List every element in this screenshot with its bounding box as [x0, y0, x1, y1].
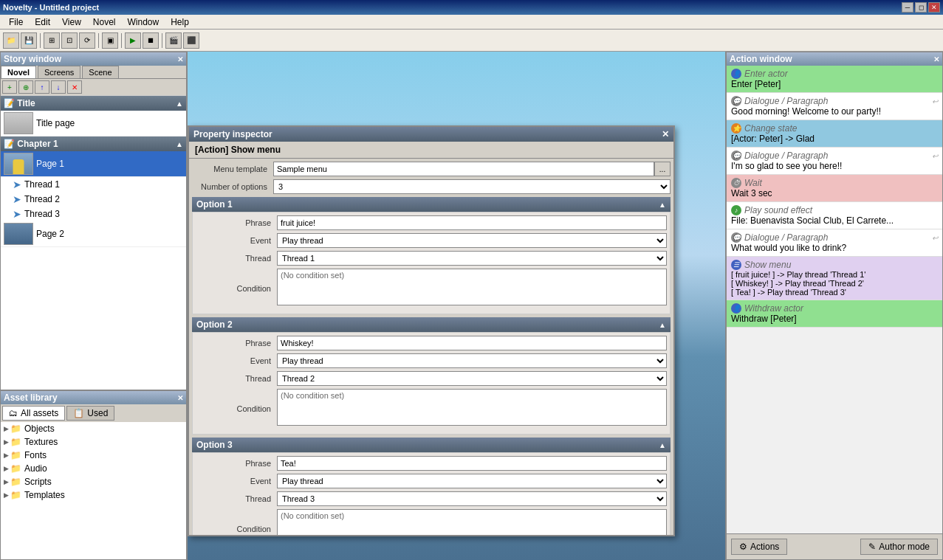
menu-template-input[interactable] — [273, 162, 654, 176]
right-panel: Action window ✕ 👤 Enter actor Enter [Pet… — [725, 52, 943, 560]
action-window-title: Action window — [730, 54, 792, 64]
asset-tab-all[interactable]: 🗂 All assets — [2, 406, 65, 421]
asset-library-close[interactable]: ✕ — [177, 394, 183, 402]
opt1-phrase-input[interactable] — [277, 215, 667, 230]
opt1-condition-textarea[interactable]: (No condition set) — [277, 269, 667, 305]
asset-fonts[interactable]: ▶ 📁 Fonts — [1, 449, 186, 462]
pi-close-btn[interactable]: ✕ — [662, 129, 669, 139]
section-chapter1-label: 📝 Chapter 1 — [4, 139, 58, 149]
wait-type-label: Wait — [744, 178, 762, 188]
opt1-thread-select[interactable]: Thread 1 — [277, 251, 667, 266]
opt3-thread-select[interactable]: Thread 3 — [277, 491, 667, 506]
opt3-condition-textarea[interactable]: (No condition set) — [277, 509, 667, 535]
tree-btn-up[interactable]: ↑ — [35, 80, 49, 94]
toolbar-btn-1[interactable]: 📁 — [3, 32, 19, 49]
toolbar-btn-4[interactable]: ⊡ — [61, 32, 78, 49]
tree-btn-delete[interactable]: ✕ — [67, 80, 82, 94]
wait-icon: ⏱ — [731, 178, 741, 188]
option2-header[interactable]: Option 2 ▲ — [192, 317, 671, 332]
toolbar-btn-6[interactable]: ▣ — [102, 32, 118, 49]
asset-textures[interactable]: ▶ 📁 Textures — [1, 435, 186, 449]
toolbar-btn-7[interactable]: 🎬 — [165, 32, 182, 49]
toolbar-play[interactable]: ▶ — [125, 32, 141, 49]
toolbar-btn-8[interactable]: ⬛ — [183, 32, 199, 49]
toolbar-stop[interactable]: ⏹ — [143, 32, 159, 49]
opt1-thread-control: Thread 1 — [277, 251, 667, 266]
tab-scene[interactable]: Scene — [82, 66, 118, 78]
asset-tab-used[interactable]: 📋 Used — [66, 406, 114, 421]
asset-objects[interactable]: ▶ 📁 Objects — [1, 422, 186, 435]
thread3-arrow-icon: ➤ — [13, 208, 21, 220]
withdraw-icon: 👤 — [731, 303, 741, 314]
tab-screens[interactable]: Screens — [38, 66, 80, 78]
opt2-phrase-input[interactable] — [277, 336, 667, 350]
menu-edit[interactable]: Edit — [29, 15, 56, 29]
opt3-phrase-input[interactable] — [277, 456, 667, 471]
title-collapse-icon: ▲ — [176, 100, 183, 108]
tree-btn-add2[interactable]: ⊕ — [18, 80, 33, 94]
tree-btn-down[interactable]: ↓ — [51, 80, 66, 94]
author-mode-btn[interactable]: ✎ Author mode — [860, 539, 938, 555]
opt2-thread-control: Thread 2 — [277, 371, 667, 386]
opt3-event-select[interactable]: Play thread — [277, 474, 667, 488]
asset-templates[interactable]: ▶ 📁 Templates — [1, 488, 186, 502]
tree-item-page2[interactable]: Page 2 — [1, 221, 186, 247]
tree-item-page1[interactable]: Page 1 — [1, 151, 186, 177]
opt1-event-select[interactable]: Play thread — [277, 233, 667, 248]
section-title[interactable]: 📝 Title ▲ — [1, 96, 186, 111]
thread-item-1[interactable]: ➤ Thread 1 — [1, 177, 186, 192]
actions-btn[interactable]: ⚙ Actions — [731, 539, 787, 555]
close-btn[interactable]: ✕ — [928, 2, 940, 13]
action-window-close[interactable]: ✕ — [933, 55, 939, 63]
menu-template-browse-btn[interactable]: ... — [654, 162, 671, 176]
tree-item-title-page[interactable]: Title page — [1, 111, 186, 136]
action-wait[interactable]: ⏱ Wait Wait 3 sec — [727, 175, 942, 202]
tab-novel[interactable]: Novel — [1, 66, 36, 78]
asset-audio[interactable]: ▶ 📁 Audio — [1, 462, 186, 475]
toolbar-btn-3[interactable]: ⊞ — [44, 32, 60, 49]
option3-header[interactable]: Option 3 ▲ — [192, 438, 671, 452]
show-menu-type: ☰ Show menu — [731, 260, 938, 270]
thread-item-3[interactable]: ➤ Thread 3 — [1, 207, 186, 221]
minimize-btn[interactable]: ─ — [902, 2, 913, 13]
state-text: [Actor: Peter] -> Glad — [731, 134, 938, 144]
action-withdraw[interactable]: 👤 Withdraw actor Withdraw [Peter] — [727, 300, 942, 328]
action-dialogue-1[interactable]: 💬 Dialogue / Paragraph ↩ Good morning! W… — [727, 93, 942, 120]
menu-help[interactable]: Help — [165, 15, 195, 29]
thread2-label: Thread 2 — [24, 194, 60, 204]
story-window-close[interactable]: ✕ — [177, 55, 183, 63]
audio-label: Audio — [24, 463, 47, 474]
action-sound[interactable]: ♪ Play sound effect File: Buenavista Soc… — [727, 202, 942, 229]
templates-label: Templates — [24, 490, 65, 500]
main-layout: Story window ✕ Novel Screens Scene + ⊕ ↑… — [0, 52, 943, 560]
opt2-condition-control: (No condition set) — [277, 389, 667, 428]
option1-header[interactable]: Option 1 ▲ — [192, 197, 671, 212]
opt2-thread-select[interactable]: Thread 2 — [277, 371, 667, 386]
menu-file[interactable]: File — [3, 15, 29, 29]
toolbar: 📁 💾 ⊞ ⊡ ⟳ ▣ ▶ ⏹ 🎬 ⬛ — [0, 30, 943, 52]
restore-btn[interactable]: ◻ — [915, 2, 927, 13]
opt1-phrase-control — [277, 215, 667, 230]
toolbar-btn-5[interactable]: ⟳ — [79, 32, 95, 49]
action-enter-actor[interactable]: 👤 Enter actor Enter [Peter] — [727, 66, 942, 93]
opt2-event-select[interactable]: Play thread — [277, 353, 667, 368]
action-show-menu[interactable]: ☰ Show menu [ fruit juice! ] -> Play thr… — [727, 257, 942, 300]
thread-item-2[interactable]: ➤ Thread 2 — [1, 192, 186, 207]
action-change-state[interactable]: ⭐ Change state [Actor: Peter] -> Glad — [727, 120, 942, 148]
chapter1-collapse-icon: ▲ — [176, 140, 183, 148]
dialogue3-type-label: Dialogue / Paragraph — [744, 232, 828, 243]
objects-folder-icon: 📁 — [10, 424, 21, 434]
menu-window[interactable]: Window — [122, 15, 165, 29]
opt2-event-label: Event — [196, 356, 277, 365]
toolbar-btn-2[interactable]: 💾 — [21, 32, 37, 49]
action-dialogue-3[interactable]: 💬 Dialogue / Paragraph ↩ What would you … — [727, 229, 942, 257]
option2-label: Option 2 — [196, 319, 233, 330]
num-options-select[interactable]: 3 — [273, 179, 671, 194]
opt2-condition-textarea[interactable]: (No condition set) — [277, 389, 667, 426]
tree-btn-add-green[interactable]: + — [2, 80, 17, 94]
section-chapter1[interactable]: 📝 Chapter 1 ▲ — [1, 136, 186, 151]
action-dialogue-2[interactable]: 💬 Dialogue / Paragraph ↩ I'm so glad to … — [727, 148, 942, 175]
menu-view[interactable]: View — [56, 15, 87, 29]
menu-novel[interactable]: Novel — [87, 15, 122, 29]
asset-scripts[interactable]: ▶ 📁 Scripts — [1, 475, 186, 488]
